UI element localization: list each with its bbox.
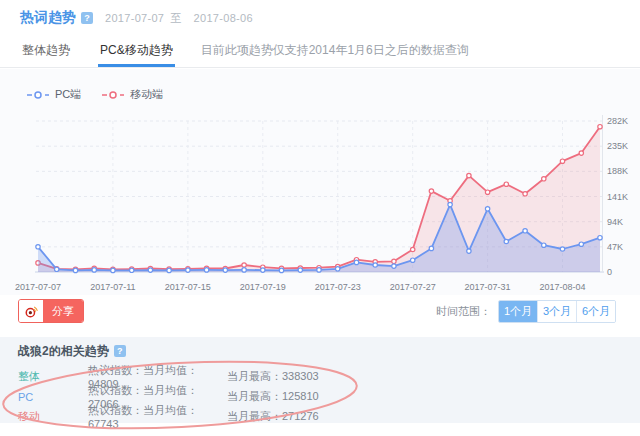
tab-bar: 整体趋势 PC&移动趋势 目前此项趋势仅支持2014年1月6日之后的数据查询 [0,42,640,68]
time-range-label: 时间范围： [436,304,491,319]
legend-marker-mobile-icon [101,90,125,100]
weibo-icon [19,300,43,322]
tab-overall-trend[interactable]: 整体趋势 [20,42,72,67]
stat-row-overall: 整体 热议指数：当月均值：94809 当月最高：338303 [18,363,640,383]
time-range-6-month[interactable]: 6个月 [576,301,615,322]
time-range-control: 时间范围： 1个月 3个月 6个月 [436,300,616,323]
date-range: 2017-07-07至2017-08-06 [105,11,259,26]
stat-max-pc: 当月最高：125810 [227,389,640,404]
related-trend-title-row: 战狼2的相关趋势 ? [18,343,640,359]
stat-row-pc: PC 热议指数：当月均值：27066 当月最高：125810 [18,383,640,403]
header: 热词趋势 ? 2017-07-07至2017-08-06 [20,8,259,28]
stat-label-mobile[interactable]: 移动 [18,409,88,424]
tab-note: 目前此项趋势仅支持2014年1月6日之后的数据查询 [201,42,469,67]
share-button-label: 分享 [43,300,83,322]
stat-avg-mobile: 热议指数：当月均值：67743 [88,403,227,430]
time-range-3-month[interactable]: 3个月 [537,301,576,322]
stat-label-overall[interactable]: 整体 [18,369,88,384]
date-end: 2017-08-06 [194,12,253,24]
time-range-group: 1个月 3个月 6个月 [498,300,616,323]
tab-pc-mobile-trend[interactable]: PC&移动趋势 [98,42,175,67]
page-title: 热词趋势 [20,9,76,27]
legend-label-pc: PC端 [55,87,81,102]
date-start: 2017-07-07 [105,12,164,24]
legend-marker-pc-icon [26,90,50,100]
stat-max-mobile: 当月最高：271276 [227,409,640,424]
legend-item-pc[interactable]: PC端 [26,87,81,102]
legend-label-mobile: 移动端 [130,87,163,102]
weibo-share-button[interactable]: 分享 [18,299,84,323]
related-trend-title: 战狼2的相关趋势 [18,343,109,360]
date-separator: 至 [170,12,181,24]
stat-label-pc[interactable]: PC [18,391,88,403]
chart-section [0,69,640,295]
related-help-icon[interactable]: ? [114,345,126,357]
hot-word-trend-panel: 热词趋势 ? 2017-07-07至2017-08-06 整体趋势 PC&移动趋… [0,0,640,436]
stat-row-mobile: 移动 热议指数：当月均值：67743 当月最高：271276 [18,403,640,423]
time-range-1-month[interactable]: 1个月 [499,301,537,322]
legend-item-mobile[interactable]: 移动端 [101,87,163,102]
related-trend-panel: 战狼2的相关趋势 ? 整体 热议指数：当月均值：94809 当月最高：33830… [0,337,640,423]
chart-legend: PC端 移动端 [26,87,163,102]
help-icon[interactable]: ? [81,12,93,24]
stat-max-overall: 当月最高：338303 [227,369,640,384]
